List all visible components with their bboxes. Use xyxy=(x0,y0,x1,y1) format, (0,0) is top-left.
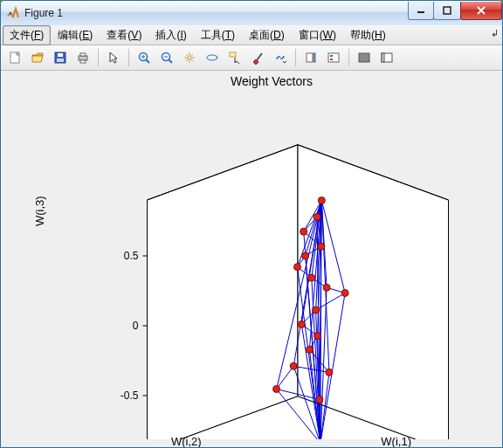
menu-edit[interactable]: 编辑(E) xyxy=(51,25,100,45)
svg-point-112 xyxy=(318,243,325,250)
print-button[interactable] xyxy=(72,47,93,68)
toolbar-separator xyxy=(128,49,129,66)
brush-button[interactable] xyxy=(247,47,268,68)
svg-rect-30 xyxy=(382,53,384,62)
close-button[interactable] xyxy=(460,2,502,20)
menu-window[interactable]: 窗口(W) xyxy=(292,25,343,45)
pointer-button[interactable] xyxy=(103,47,124,68)
plot-svg: -0.500.5-0.500.5-0.500.51 xyxy=(84,90,459,439)
svg-rect-28 xyxy=(359,53,369,62)
svg-rect-2 xyxy=(444,7,451,14)
svg-text:0: 0 xyxy=(133,320,139,332)
menu-file[interactable]: 文件(F) xyxy=(3,25,51,45)
toolbar xyxy=(1,45,502,71)
svg-point-118 xyxy=(313,307,320,314)
svg-marker-31 xyxy=(148,145,299,439)
toolbar-separator xyxy=(295,49,296,66)
menu-help[interactable]: 帮助(H) xyxy=(343,25,393,45)
toolbar-separator xyxy=(348,49,349,66)
svg-rect-11 xyxy=(80,60,86,63)
svg-point-116 xyxy=(323,284,330,291)
menu-desktop[interactable]: 桌面(D) xyxy=(242,25,292,45)
insert-colorbar-button[interactable] xyxy=(300,47,321,68)
svg-point-19 xyxy=(188,56,191,59)
data-cursor-button[interactable] xyxy=(224,47,245,68)
hide-plot-tools-button[interactable] xyxy=(354,47,375,68)
svg-point-109 xyxy=(318,197,325,204)
show-plot-tools-button[interactable] xyxy=(376,47,397,68)
svg-line-13 xyxy=(146,59,149,63)
link-button[interactable] xyxy=(270,47,291,68)
menubar: 文件(F) 编辑(E) 查看(V) 插入(I) 工具(T) 桌面(D) 窗口(W… xyxy=(1,25,502,45)
insert-legend-button[interactable] xyxy=(323,47,344,68)
menu-insert[interactable]: 插入(I) xyxy=(148,25,193,45)
axes-3d[interactable]: Weight Vectors -0.500.5-0.500.5-0.500.51… xyxy=(84,78,459,445)
svg-point-111 xyxy=(300,228,307,235)
svg-point-124 xyxy=(273,386,280,393)
svg-text:-0.5: -0.5 xyxy=(121,389,139,402)
svg-text:0.5: 0.5 xyxy=(124,250,139,262)
save-button[interactable] xyxy=(50,47,71,68)
svg-point-114 xyxy=(294,264,301,271)
svg-rect-21 xyxy=(230,52,236,57)
chart-title: Weight Vectors xyxy=(84,74,459,88)
svg-point-0 xyxy=(10,12,11,14)
svg-point-120 xyxy=(314,333,321,340)
z-axis-label: W(i,3) xyxy=(33,196,46,226)
svg-rect-7 xyxy=(58,53,63,57)
svg-rect-25 xyxy=(328,53,339,62)
menu-tools[interactable]: 工具(T) xyxy=(194,25,242,45)
svg-line-22 xyxy=(257,53,262,60)
svg-line-17 xyxy=(169,59,172,63)
figure-window: Figure 1 文件(F) 编辑(E) 查看(V) 插入(I) 工具(T) 桌… xyxy=(0,0,503,448)
toolbar-separator xyxy=(98,49,99,66)
titlebar[interactable]: Figure 1 xyxy=(1,1,502,25)
svg-point-123 xyxy=(290,362,297,369)
open-button[interactable] xyxy=(27,47,48,68)
svg-point-117 xyxy=(341,290,348,297)
svg-rect-9 xyxy=(79,56,87,60)
window-buttons xyxy=(409,2,502,19)
svg-point-115 xyxy=(308,274,315,281)
svg-rect-24 xyxy=(314,53,315,62)
chevron-icon[interactable]: ↲ xyxy=(491,28,499,39)
svg-point-119 xyxy=(298,320,305,327)
pan-button[interactable] xyxy=(179,47,200,68)
zoom-in-button[interactable] xyxy=(134,47,155,68)
rotate3d-button[interactable] xyxy=(202,47,223,68)
window-title: Figure 1 xyxy=(24,7,409,19)
svg-rect-10 xyxy=(80,53,86,56)
x-axis-label: W(i,1) xyxy=(381,435,411,448)
menu-view[interactable]: 查看(V) xyxy=(100,25,148,45)
svg-point-121 xyxy=(306,346,313,353)
matlab-icon xyxy=(6,6,20,20)
svg-point-125 xyxy=(316,396,323,403)
minimize-button[interactable] xyxy=(408,2,434,20)
svg-point-113 xyxy=(302,252,309,259)
svg-point-122 xyxy=(326,369,333,376)
new-figure-button[interactable] xyxy=(4,47,25,68)
maximize-button[interactable] xyxy=(433,2,461,20)
svg-rect-23 xyxy=(307,53,313,62)
figure-canvas[interactable]: Weight Vectors -0.500.5-0.500.5-0.500.51… xyxy=(1,71,502,447)
y-axis-label: W(i,2) xyxy=(171,435,202,448)
svg-point-110 xyxy=(314,213,320,220)
zoom-out-button[interactable] xyxy=(156,47,177,68)
svg-rect-8 xyxy=(57,59,64,62)
